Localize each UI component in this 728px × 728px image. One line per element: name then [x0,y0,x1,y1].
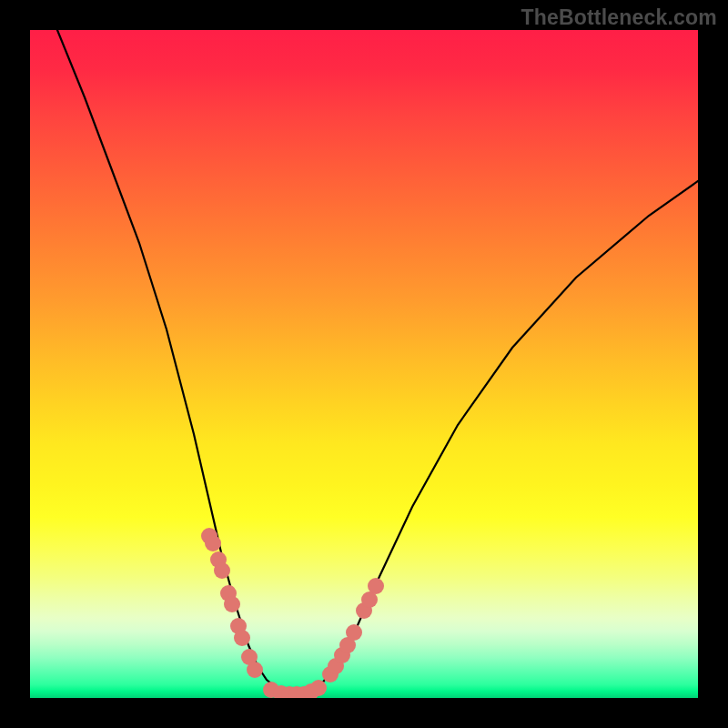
marker-dot [224,596,240,612]
marker-dots-group [201,528,384,698]
bottleneck-curve-svg [30,30,698,698]
marker-dot [310,680,327,696]
marker-dot [361,592,378,608]
chart-frame: TheBottleneck.com [0,0,728,728]
marker-dot [214,562,230,579]
marker-dot [247,662,263,678]
marker-dot [205,535,221,551]
plot-area [30,30,698,698]
marker-dot [346,624,362,641]
watermark-label: TheBottleneck.com [521,5,717,30]
marker-dot [234,630,250,646]
